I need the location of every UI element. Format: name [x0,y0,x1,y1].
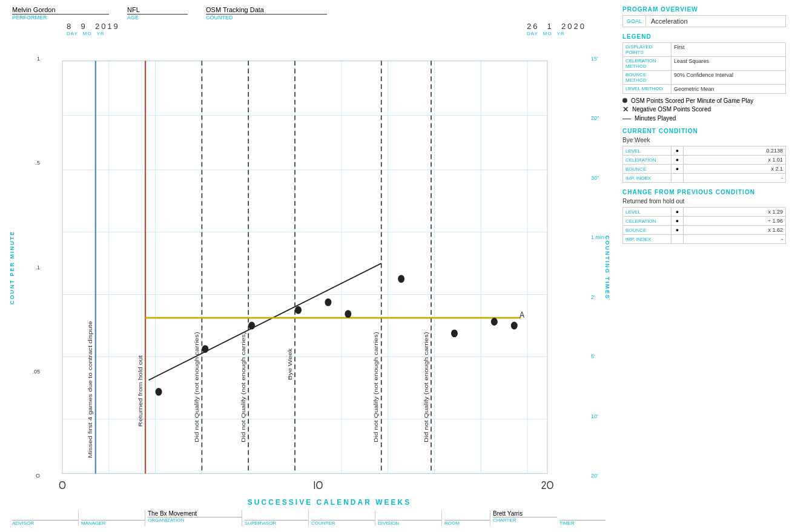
chg-dot-bounce: ● [672,226,684,235]
change-title: CHANGE FROM PREVIOUS CONDITION [622,189,786,195]
current-condition-title: CURRENT CONDITION [622,128,786,134]
age-field: NFL AGE [127,6,188,21]
svg-text:Did not Qualify (not enough ca: Did not Qualify (not enough carries) [240,332,246,442]
svg-text:A: A [520,310,524,320]
chg-val-level: x 1.29 [684,208,786,217]
legend-item-minutes: — Minutes Played [622,115,786,122]
legend-title: LEGEND [622,33,786,40]
program-overview-title: PROGRAM OVERVIEW [622,6,786,13]
svg-point-39 [491,318,498,326]
room-col: ROOM [442,510,490,526]
svg-point-38 [451,329,458,337]
organization-col: The Bx Movement ORGANIZATION [145,510,242,526]
cc-dot-bounce: ● [672,165,684,174]
svg-point-35 [325,298,331,306]
svg-point-34 [295,306,302,314]
current-condition-label: Bye Week [622,137,786,143]
counted-value: OSM Tracking Data [206,6,327,15]
chg-dot-level: ● [672,208,684,217]
change-label: Returned from hold out [622,198,786,205]
y-right-tick-15: 15' [591,56,604,62]
manager-label: MANAGER [81,520,145,526]
dot-icon [622,98,627,103]
supervisor-col: SUPERVISOR [242,510,309,526]
cc-row-bounce: BOUNCE ● x 2.1 [623,165,786,174]
cc-key-celeration: CELERATION [623,156,672,165]
chg-dot-imp-index [672,235,684,244]
charter-label: CHARTER [493,517,557,523]
y-tick-05: .5 [35,160,40,166]
counter-label: COUNTER [311,520,375,526]
age-label: AGE [127,15,188,21]
svg-point-37 [398,275,404,283]
counted-label: COUNTED [206,15,327,21]
organization-label: ORGANIZATION [148,517,242,523]
y-tick-1: 1 [37,56,40,62]
cc-row-celeration: CELERATION ● x 1.01 [623,156,786,165]
legend-val-displayed-points: First [672,43,786,57]
y-right-tick-30: 30" [591,175,604,181]
legend-item-negative-text: Negative OSM Points Scored [632,106,711,113]
advisor-label: ADVISOR [12,520,78,526]
legend-item-osm: OSM Points Scored Per Minute of Game Pla… [622,97,786,104]
legend-key-displayed-points: DISPLAYED POINTS [623,43,672,57]
timer-col: TIMER [557,510,606,526]
y-right-tick-5: 5' [591,353,604,360]
legend-row-displayed-points: DISPLAYED POINTS First [623,43,786,57]
cc-key-level: LEVEL [623,146,672,156]
timer-label: TIMER [559,520,606,526]
x-axis-label: SUCCESSIVE CALENDAR WEEKS [42,498,616,507]
room-label: ROOM [444,520,490,526]
goal-value: Acceleration [646,16,693,27]
y-right-tick-1min: 1 min [591,234,604,240]
svg-text:IO: IO [313,479,323,491]
chg-val-bounce: x 1.62 [684,226,786,235]
current-condition-table: LEVEL ● 0.2138 CELERATION ● x 1.01 BOUNC… [622,146,786,183]
cc-val-imp-index: - [684,174,786,183]
chg-key-celeration: CELERATION [623,217,672,226]
legend-val-bounce-method: 90% Confidence Interval [672,71,786,85]
cc-val-bounce: x 2.1 [684,165,786,174]
division-col: DIVISION [375,510,442,526]
chg-dot-celeration: ● [672,217,684,226]
cc-key-imp-index: IMP. INDEX [623,174,672,183]
performer-label: PERFORMER [12,15,109,21]
goal-row: GOAL Acceleration [622,15,786,27]
division-label: DIVISION [378,520,441,526]
svg-text:Did not Qualify (not enough ca: Did not Qualify (not enough carries) [372,332,379,442]
age-value: NFL [127,6,188,15]
counter-col: COUNTER [309,510,375,526]
svg-point-32 [202,345,208,353]
chg-row-imp-index: IMP. INDEX - [623,235,786,244]
cc-val-celeration: x 1.01 [684,156,786,165]
counted-field: OSM Tracking Data COUNTED [206,6,327,21]
legend-row-celeration-method: CELERATION METHOD Least Squares [623,57,786,71]
date-start-block: 8 9 2019 DAYMOYR [67,22,120,36]
legend-key-bounce-method: BOUNCE METHOD [623,71,672,85]
legend-items: OSM Points Scored Per Minute of Game Pla… [622,97,786,122]
svg-text:Bye Week: Bye Week [286,348,292,380]
cc-dot-imp-index [672,174,684,183]
organization-value: The Bx Movement [148,510,242,517]
chg-key-level: LEVEL [623,208,672,217]
supervisor-label: SUPERVISOR [245,520,308,526]
x-icon: ✕ [622,106,629,113]
y-tick-005: .05 [32,369,40,375]
chg-row-celeration: CELERATION ● ÷ 1.96 [623,217,786,226]
y-right-tick-20: 20" [591,115,604,121]
legend-item-osm-text: OSM Points Scored Per Minute of Game Pla… [631,97,753,104]
cc-dot-level: ● [672,146,684,156]
y-axis-left-label: COUNT PER MINUTE [9,231,15,304]
dash-icon: — [622,115,631,122]
legend-table: DISPLAYED POINTS First CELERATION METHOD… [622,42,786,94]
legend-key-level-method: LEVEL METHOD [623,85,672,94]
y-tick-0: O [36,473,40,479]
svg-text:Returned from hold out: Returned from hold out [136,355,143,427]
chg-val-celeration: ÷ 1.96 [684,217,786,226]
legend-item-negative: ✕ Negative OSM Points Scored [622,106,786,113]
performer-value: Melvin Gordon [12,6,109,15]
legend-val-level-method: Geometric Mean [672,85,786,94]
legend-item-minutes-text: Minutes Played [635,115,676,122]
chg-key-imp-index: IMP. INDEX [623,235,672,244]
svg-text:Missed first 4 games due to co: Missed first 4 games due to contract dis… [87,321,93,458]
